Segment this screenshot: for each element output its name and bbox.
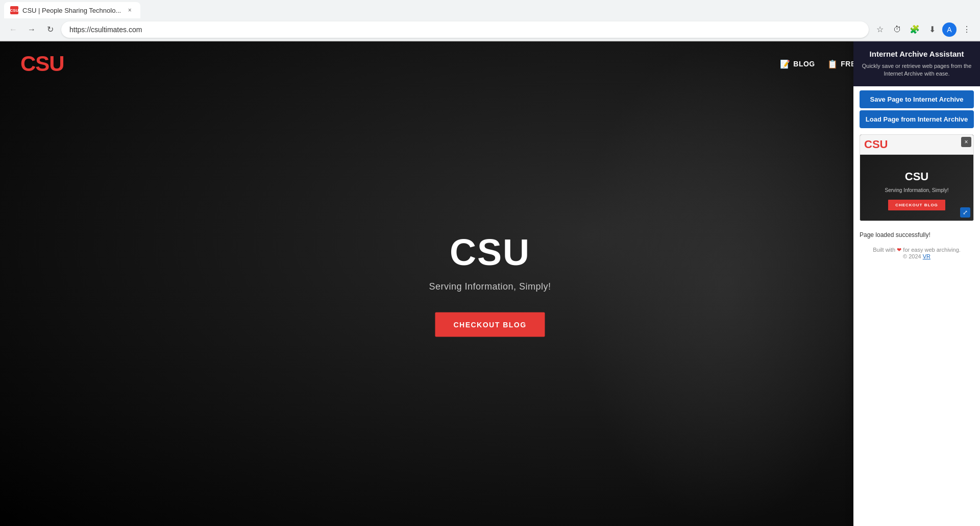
tab-title: CSU | People Sharing Technolo... [22,7,121,14]
toolbar-icons: ☆ ⏱ 🧩 ⬇ A ⋮ [873,22,974,37]
tab-bar: CSU CSU | People Sharing Technolo... × [0,0,980,18]
hero-title: CSU [429,231,551,273]
tab-favicon: CSU [10,6,18,14]
preview-hero-subtitle: Serving Information, Simply! [868,187,965,193]
load-from-archive-button[interactable]: Load Page from Internet Archive [860,110,974,128]
footer-vr-link[interactable]: VR [923,253,930,259]
site-navigation: CSU 📝 BLOG 📋 FREE RESUME BUILDER 🔍 [0,41,980,86]
footer-text-built: Built with [873,247,895,253]
reload-button[interactable]: ↻ [43,22,57,37]
tab-close-button[interactable]: × [125,6,134,15]
bookmark-button[interactable]: ☆ [873,22,887,37]
hero-content: CSU Serving Information, Simply! CHECKOU… [429,231,551,337]
footer-year: © 2024 [903,253,921,259]
browser-toolbar: ← → ↻ ☆ ⏱ 🧩 ⬇ A ⋮ [0,18,980,41]
blog-label: BLOG [793,60,815,68]
profile-button[interactable]: A [942,22,957,37]
preview-navigation: CSU ☰ [860,135,973,155]
resume-icon: 📋 [827,59,838,69]
preview-hero: CSU Serving Information, Simply! CHECKOU… [860,155,973,221]
menu-button[interactable]: ⋮ [960,22,974,37]
site-logo[interactable]: CSU [20,52,64,76]
forward-button[interactable]: → [24,22,39,37]
preview-close-button[interactable]: × [961,137,971,147]
footer-text-archiving: for easy web archiving. [903,247,961,253]
archive-panel-title: Internet Archive Assistant [862,50,972,58]
footer-heart-icon: ❤ [897,247,901,253]
back-button[interactable]: ← [6,22,20,37]
website-area: CSU 📝 BLOG 📋 FREE RESUME BUILDER 🔍 CSU S… [0,41,980,526]
blog-icon: 📝 [780,59,791,69]
preview-hero-title: CSU [868,170,965,183]
blog-nav-link[interactable]: 📝 BLOG [780,59,815,69]
save-to-archive-button[interactable]: Save Page to Internet Archive [860,90,974,108]
history-button[interactable]: ⏱ [890,22,904,37]
preview-cta-button[interactable]: CHECKOUT BLOG [888,200,945,210]
archive-panel: Internet Archive Assistant Quickly save … [853,41,980,526]
archive-footer: Built with ❤ for easy web archiving. © 2… [853,243,980,268]
browser-chrome: CSU CSU | People Sharing Technolo... × ←… [0,0,980,41]
archive-status-message: Page loaded successfully! [853,227,980,243]
archive-panel-description: Quickly save or retrieve web pages from … [862,62,972,78]
checkout-blog-button[interactable]: CHECKOUT BLOG [435,313,545,337]
preview-expand-button[interactable]: ⤢ [960,207,970,218]
background-hand [572,41,878,526]
browser-tab[interactable]: CSU CSU | People Sharing Technolo... × [4,2,140,18]
downloads-button[interactable]: ⬇ [925,22,939,37]
address-bar[interactable] [61,21,869,38]
hero-subtitle: Serving Information, Simply! [429,281,551,292]
archive-panel-header: Internet Archive Assistant Quickly save … [853,41,980,86]
preview-frame: × CSU ☰ CSU Serving Information, Simply!… [860,134,974,221]
extensions-button[interactable]: 🧩 [908,22,922,37]
preview-logo: CSU [864,138,888,151]
